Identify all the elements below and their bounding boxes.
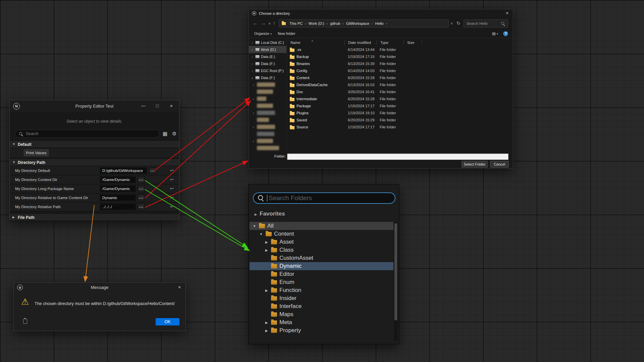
- folder-tree-item[interactable]: Enum: [250, 278, 393, 286]
- expand-icon[interactable]: ▶: [12, 216, 15, 219]
- expander-icon[interactable]: [264, 289, 269, 292]
- expander-icon[interactable]: [264, 248, 269, 252]
- close-icon[interactable]: ×: [167, 100, 176, 112]
- tree-item-drive[interactable]: Data (F:): [249, 74, 286, 81]
- cancel-button[interactable]: Cancel: [490, 161, 509, 168]
- file-row[interactable]: Backup 1/19/2024 17:15 File folder: [287, 53, 513, 60]
- section-file-path[interactable]: ▶ File Path: [10, 214, 179, 221]
- help-icon[interactable]: ?: [503, 31, 508, 36]
- property-value-field[interactable]: D:/github/GitWorkspace: [100, 167, 147, 174]
- expander-icon[interactable]: [251, 48, 254, 52]
- expander-icon[interactable]: [264, 329, 269, 333]
- breadcrumb-item[interactable]: Work (D:): [308, 21, 325, 25]
- expander-icon[interactable]: [251, 55, 254, 59]
- scrollbar-thumb[interactable]: [394, 223, 397, 320]
- organize-button[interactable]: Organize ▾: [254, 32, 272, 36]
- folder-tree-item[interactable]: Interface: [250, 302, 393, 310]
- file-row[interactable]: Package 1/19/2024 17:17 File folder: [287, 103, 513, 110]
- folder-tree-item[interactable]: Function: [250, 286, 393, 294]
- tree-item-redacted[interactable]: [249, 81, 286, 88]
- browse-ellipsis-button[interactable]: ...: [138, 176, 145, 183]
- tree-item-drive[interactable]: Work (D:): [249, 46, 286, 53]
- close-icon[interactable]: ×: [173, 283, 185, 293]
- back-icon[interactable]: ←: [253, 20, 258, 26]
- close-icon[interactable]: ×: [501, 9, 513, 17]
- print-values-button[interactable]: Print Values: [24, 149, 49, 156]
- browse-ellipsis-button[interactable]: ...: [138, 194, 145, 201]
- expander-icon[interactable]: [259, 232, 263, 236]
- expander-icon[interactable]: [264, 240, 269, 244]
- tree-item-drive[interactable]: Local Disk (C:): [249, 39, 286, 46]
- browse-ellipsis-button[interactable]: ...: [138, 203, 145, 210]
- property-value-field[interactable]: /Game/Dynamic: [100, 185, 136, 192]
- expander-icon[interactable]: [251, 76, 254, 80]
- section-default[interactable]: ▼ Default: [10, 140, 179, 148]
- tree-item-drive[interactable]: Data (E:): [249, 53, 286, 60]
- tree-item-redacted[interactable]: [249, 130, 286, 137]
- file-row[interactable]: .vs 6/14/2024 13:44 File folder: [287, 46, 513, 53]
- tree-item-drive[interactable]: EGC Root (P:): [249, 67, 286, 74]
- tree-item-redacted[interactable]: [249, 88, 286, 95]
- expander-icon[interactable]: [252, 224, 257, 228]
- property-value-field[interactable]: /Game/Dynamic: [100, 176, 136, 183]
- property-value-field[interactable]: Dynamic: [100, 194, 136, 201]
- browse-ellipsis-button[interactable]: ...: [149, 167, 156, 174]
- favorites-section[interactable]: Favorites: [249, 210, 399, 219]
- folder-tree-item[interactable]: Content: [250, 230, 393, 238]
- up-icon[interactable]: ↑: [273, 20, 275, 26]
- breadcrumb-item[interactable]: github: [329, 21, 341, 25]
- forward-icon[interactable]: →: [261, 20, 266, 26]
- folder-tree-item[interactable]: Insider: [250, 294, 393, 302]
- gear-icon[interactable]: ⚙: [172, 131, 176, 137]
- tree-item-redacted[interactable]: [249, 144, 286, 152]
- ok-button[interactable]: OK: [156, 318, 179, 325]
- display-settings-icon[interactable]: ▦: [163, 131, 167, 137]
- tree-item-drive[interactable]: Data (F:): [249, 60, 286, 67]
- expander-icon[interactable]: [251, 69, 254, 73]
- folder-tree-item[interactable]: Dynamic: [250, 262, 393, 270]
- tree-item-redacted[interactable]: [249, 116, 286, 123]
- expander-icon[interactable]: [251, 62, 254, 66]
- reset-to-default-icon[interactable]: ↩: [170, 204, 174, 209]
- breadcrumb-item[interactable]: Hello: [374, 21, 385, 25]
- folder-tree-item[interactable]: Class: [250, 246, 393, 254]
- file-row[interactable]: Source 1/19/2024 17:17 File folder: [287, 124, 513, 131]
- folder-tree-item[interactable]: Meta: [250, 318, 393, 326]
- tree-item-redacted[interactable]: [249, 137, 286, 144]
- expander-icon[interactable]: [251, 41, 254, 45]
- address-dropdown-icon[interactable]: ∨: [450, 21, 453, 25]
- copy-to-clipboard-icon[interactable]: [23, 319, 27, 324]
- details-search-box[interactable]: Search: [15, 130, 159, 138]
- tree-item-redacted[interactable]: [249, 95, 286, 102]
- explorer-search-box[interactable]: Search Hello: [464, 19, 508, 27]
- browse-ellipsis-button[interactable]: ...: [138, 185, 145, 192]
- file-row[interactable]: DerivedDataCache 6/13/2024 16:03 File fo…: [287, 81, 513, 88]
- folder-tree-item[interactable]: Asset: [250, 238, 393, 246]
- file-row[interactable]: Binaries 6/13/2024 15:39 File folder: [287, 60, 513, 67]
- expand-icon[interactable]: [254, 213, 258, 216]
- column-date-modified[interactable]: Date modified: [346, 40, 377, 45]
- tree-item-redacted[interactable]: [249, 109, 286, 116]
- dialog-titlebar[interactable]: Message ×: [14, 283, 185, 293]
- window-titlebar[interactable]: Property Editor Test — □ ×: [10, 100, 179, 112]
- scrollbar[interactable]: [394, 222, 397, 341]
- view-options-icon[interactable]: ▤ ▾: [492, 32, 498, 36]
- minimize-icon[interactable]: —: [139, 100, 148, 112]
- file-row[interactable]: Intermediate 6/20/2024 15:28 File folder: [287, 96, 513, 103]
- folder-tree-item[interactable]: Maps: [250, 310, 393, 318]
- collapse-icon[interactable]: ▼: [12, 142, 15, 146]
- column-type[interactable]: Type: [378, 40, 404, 45]
- folder-path-input[interactable]: [287, 154, 508, 160]
- file-row[interactable]: Saved 6/20/2024 15:29 File folder: [287, 117, 513, 124]
- file-row[interactable]: Plugins 1/19/2024 19:10 File folder: [287, 110, 513, 117]
- reset-to-default-icon[interactable]: ↩: [170, 195, 174, 200]
- collapse-icon[interactable]: ▼: [12, 161, 15, 164]
- folder-tree-item[interactable]: CustomAsset: [250, 254, 393, 262]
- tree-item-redacted[interactable]: [249, 102, 286, 109]
- breadcrumb-item[interactable]: This PC: [288, 21, 304, 25]
- folder-tree-item[interactable]: All: [250, 222, 393, 230]
- folder-tree-item[interactable]: Editor: [250, 270, 393, 278]
- file-row[interactable]: Doc 3/26/2024 16:41 File folder: [287, 88, 513, 96]
- select-folder-button[interactable]: Select Folder: [462, 161, 488, 168]
- file-row[interactable]: Config 6/14/2024 14:03 File folder: [287, 67, 513, 74]
